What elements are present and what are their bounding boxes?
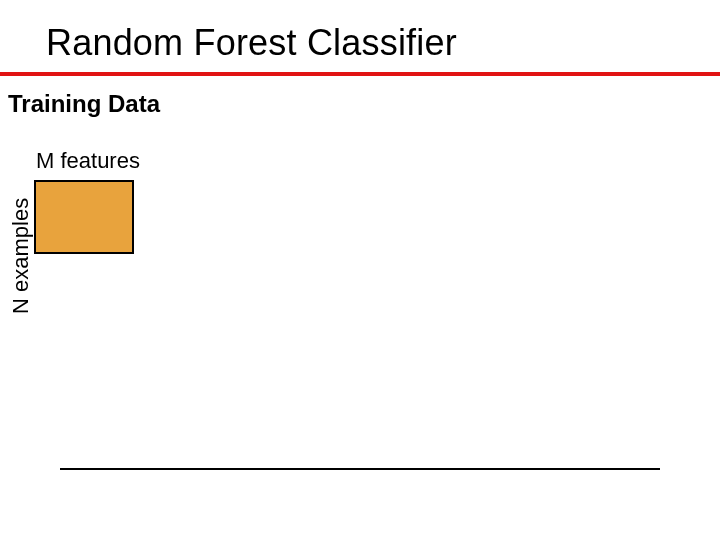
slide-title: Random Forest Classifier: [46, 22, 457, 64]
title-underline: [0, 72, 720, 76]
slide: Random Forest Classifier Training Data M…: [0, 0, 720, 540]
section-label: Training Data: [8, 90, 160, 118]
rows-label: N examples: [8, 198, 34, 314]
footer-divider: [60, 468, 660, 470]
data-matrix-box: [34, 180, 134, 254]
columns-label: M features: [36, 148, 140, 174]
